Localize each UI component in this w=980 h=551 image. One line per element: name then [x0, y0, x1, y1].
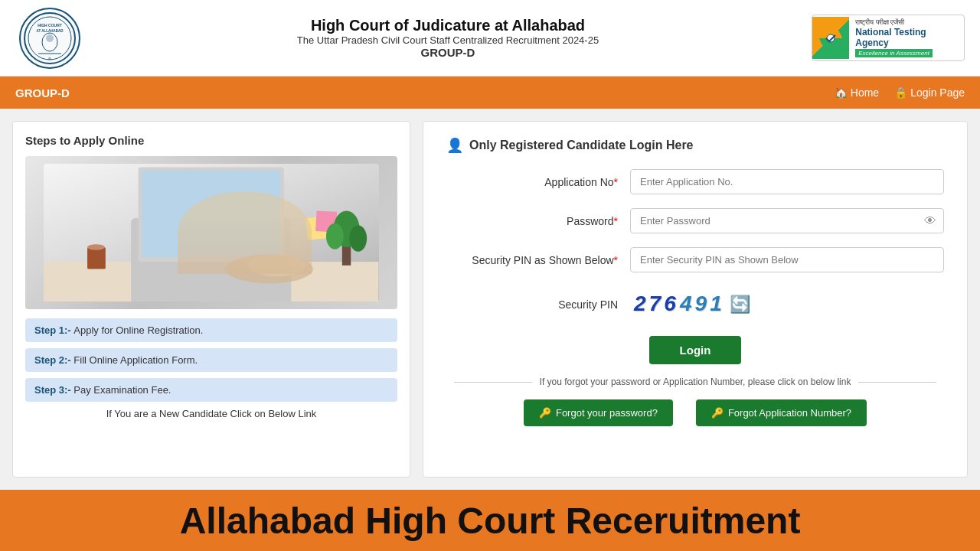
- home-link[interactable]: 🏠 Home: [835, 86, 879, 99]
- main-content: Steps to Apply Online: [0, 109, 980, 490]
- nta-hindi: राष्ट्रीय परीक्षा एजेंसी: [855, 18, 958, 27]
- court-logo: HIGH COURT AT ALLAHABAD ⚖: [15, 8, 84, 69]
- login-label: Login Page: [910, 86, 965, 99]
- forgot-text: If you forgot your password or Applicati…: [540, 377, 851, 387]
- laptop-image: [25, 156, 397, 309]
- svg-point-5: [46, 34, 54, 42]
- bottom-banner: Allahabad High Court Receruitment: [0, 490, 980, 551]
- svg-text:AT ALLAHABAD: AT ALLAHABAD: [37, 29, 64, 33]
- eye-icon[interactable]: 👁: [924, 214, 936, 228]
- captcha-row: Security PIN 276 491 🔄: [446, 286, 944, 322]
- forgot-password-label: Forgot your password?: [556, 407, 658, 419]
- forgot-divider: If you forgot your password or Applicati…: [446, 377, 944, 387]
- navbar-brand: GROUP-D: [15, 86, 70, 99]
- svg-point-19: [87, 244, 105, 250]
- banner-text: Allahabad High Court Receruitment: [180, 500, 801, 542]
- step-2-text: Fill Online Application Form.: [74, 354, 198, 366]
- steps-title: Steps to Apply Online: [25, 134, 397, 147]
- forgot-appno-button[interactable]: 🔑 Forgot Application Number?: [696, 399, 867, 426]
- app-no-row: Application No*: [446, 169, 944, 194]
- navbar-links: 🏠 Home 🔒 Login Page: [835, 86, 965, 99]
- step-1-text: Apply for Online Registration.: [74, 324, 203, 336]
- header-center: High Court of Judicature at Allahabad Th…: [84, 17, 812, 59]
- login-icon: 🔒: [894, 86, 907, 99]
- login-button[interactable]: Login: [649, 336, 742, 364]
- svg-text:⚖: ⚖: [48, 57, 51, 60]
- page-header: HIGH COURT AT ALLAHABAD ⚖ High Court of …: [0, 0, 980, 77]
- key-icon-1: 🔑: [539, 407, 551, 419]
- navbar: GROUP-D 🏠 Home 🔒 Login Page: [0, 77, 980, 109]
- step-1: Step 1:- Apply for Online Registration.: [25, 318, 397, 342]
- app-no-label: Application No*: [446, 176, 630, 188]
- login-header: 👤 Only Registered Candidate Login Here: [446, 137, 944, 154]
- security-pin-label: Security PIN as Shown Below*: [446, 254, 630, 266]
- security-pin-input[interactable]: [630, 247, 944, 272]
- step-3-text: Pay Examination Fee.: [74, 384, 171, 396]
- header-subtitle: The Uttar Pradesh Civil Court Staff Cent…: [84, 34, 812, 46]
- svg-text:HIGH COURT: HIGH COURT: [38, 23, 62, 28]
- svg-rect-13: [142, 171, 281, 256]
- app-no-input[interactable]: [630, 169, 944, 194]
- nta-tagline: Excellence in Assessment: [855, 49, 933, 57]
- step-3-prefix: Step 3:-: [34, 384, 74, 396]
- key-icon-2: 🔑: [711, 407, 724, 419]
- forgot-password-button[interactable]: 🔑 Forgot your password?: [524, 399, 673, 426]
- svg-point-14: [226, 255, 313, 284]
- captcha-label: Security PIN: [446, 298, 630, 311]
- image-inner: [44, 164, 378, 302]
- new-candidate-text: If You are a New Candidate Click on Belo…: [25, 408, 397, 419]
- left-panel: Steps to Apply Online: [12, 121, 410, 478]
- password-label: Password*: [446, 215, 630, 227]
- captcha-value: 276 491: [630, 286, 722, 322]
- header-group: GROUP-D: [84, 46, 812, 59]
- nta-icon: [812, 17, 849, 59]
- forgot-appno-label: Forgot Application Number?: [728, 407, 851, 419]
- nta-logo: राष्ट्रीय परीक्षा एजेंसी National Testin…: [812, 15, 965, 61]
- home-icon: 🏠: [835, 86, 848, 99]
- header-title: High Court of Judicature at Allahabad: [84, 17, 812, 34]
- login-heading: Only Registered Candidate Login Here: [469, 139, 694, 152]
- svg-rect-18: [87, 247, 106, 269]
- password-row: Password* 👁: [446, 208, 944, 233]
- court-seal: HIGH COURT AT ALLAHABAD ⚖: [19, 8, 80, 69]
- forgot-row: 🔑 Forgot your password? 🔑 Forgot Applica…: [446, 399, 944, 426]
- password-wrapper: 👁: [630, 208, 944, 233]
- nta-english: National Testing Agency: [855, 27, 958, 48]
- step-1-prefix: Step 1:-: [34, 324, 74, 336]
- step-2: Step 2:- Fill Online Application Form.: [25, 348, 397, 372]
- svg-text:276: 276: [633, 292, 679, 315]
- right-panel: 👤 Only Registered Candidate Login Here A…: [423, 121, 968, 478]
- nta-text-block: राष्ट्रीय परीक्षा एजेंसी National Testin…: [849, 15, 964, 60]
- step-3: Step 3:- Pay Examination Fee.: [25, 378, 397, 402]
- step-2-prefix: Step 2:-: [34, 354, 74, 366]
- login-page-link[interactable]: 🔒 Login Page: [894, 86, 965, 99]
- login-btn-row: Login: [446, 336, 944, 364]
- svg-point-15: [248, 255, 306, 277]
- password-input[interactable]: [630, 208, 944, 233]
- svg-point-22: [326, 223, 344, 249]
- svg-point-23: [350, 225, 368, 251]
- nta-logo-wrapper: राष्ट्रीय परीक्षा एजेंसी National Testin…: [812, 15, 965, 61]
- captcha-display: 276 491 🔄: [630, 286, 750, 322]
- security-pin-input-row: Security PIN as Shown Below*: [446, 247, 944, 272]
- home-label: Home: [851, 86, 879, 99]
- user-icon: 👤: [446, 137, 463, 154]
- svg-text:491: 491: [679, 292, 722, 315]
- refresh-icon[interactable]: 🔄: [730, 295, 750, 315]
